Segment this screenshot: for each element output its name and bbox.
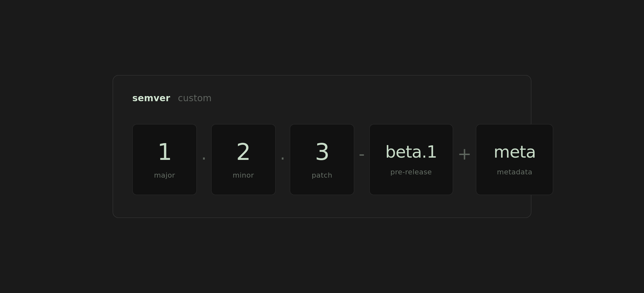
plus-separator: + [453, 144, 476, 163]
major-segment[interactable]: 1 major [132, 124, 197, 195]
dot-separator-2: . [276, 144, 290, 163]
prerelease-label: pre-release [390, 168, 432, 176]
major-label: major [154, 171, 175, 179]
version-row: 1 major . 2 minor . 3 patch - beta.1 pre… [132, 124, 512, 195]
patch-segment[interactable]: 3 patch [290, 124, 354, 195]
dot-separator-1: . [197, 144, 211, 163]
prerelease-value: beta.1 [385, 143, 437, 160]
metadata-segment[interactable]: meta metadata [476, 124, 553, 195]
metadata-value: meta [494, 143, 536, 160]
tab-semver[interactable]: semver [132, 92, 170, 105]
tab-bar: semver custom [132, 92, 512, 105]
semver-container: semver custom 1 major . 2 minor . 3 patc… [113, 75, 531, 218]
minor-segment[interactable]: 2 minor [211, 124, 276, 195]
tab-custom[interactable]: custom [178, 92, 212, 105]
minor-value: 2 [236, 140, 250, 163]
patch-value: 3 [315, 140, 329, 163]
major-value: 1 [157, 140, 172, 163]
prerelease-segment[interactable]: beta.1 pre-release [369, 124, 453, 195]
hyphen-separator: - [354, 144, 369, 163]
patch-label: patch [312, 171, 332, 179]
metadata-label: metadata [497, 168, 532, 176]
minor-label: minor [232, 171, 254, 179]
